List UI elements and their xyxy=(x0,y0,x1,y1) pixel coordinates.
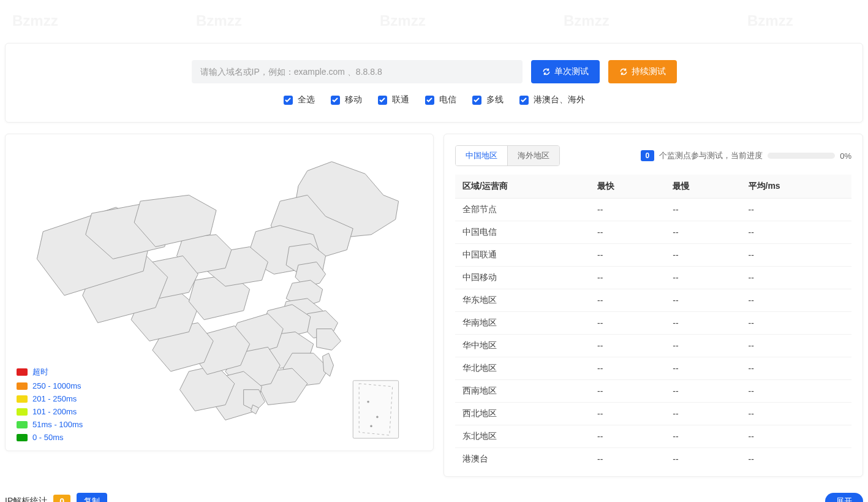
watermark: Bzmzz xyxy=(196,12,242,29)
table-row: 中国电信------ xyxy=(455,221,851,244)
legend-swatch xyxy=(17,395,28,403)
checkmark-icon xyxy=(519,96,529,105)
checkmark-icon xyxy=(378,96,387,105)
progress-info: 0 个监测点参与测试，当前进度 0% xyxy=(641,150,851,161)
cell-slowest: -- xyxy=(665,335,741,357)
cell-region: 全部节点 xyxy=(455,199,590,221)
table-row: 西北地区------ xyxy=(455,403,851,425)
cell-avg: -- xyxy=(741,289,852,312)
progress-bar xyxy=(768,153,835,159)
cell-slowest: -- xyxy=(665,357,741,380)
svg-point-1 xyxy=(368,401,369,403)
legend-item[interactable]: 0 - 50ms xyxy=(17,433,83,442)
search-panel: 单次测试 持续测试 全选 移动 联通 电信 多线 港澳台、海外 xyxy=(5,43,863,123)
cell-slowest: -- xyxy=(665,403,741,425)
filter-mobile[interactable]: 移动 xyxy=(331,94,362,105)
checkmark-icon xyxy=(472,96,481,105)
watermark: Bzmzz xyxy=(12,12,58,29)
cell-avg: -- xyxy=(741,221,852,244)
filter-all[interactable]: 全选 xyxy=(284,94,315,105)
legend-label: 201 - 250ms xyxy=(32,394,77,403)
table-row: 全部节点------ xyxy=(455,199,851,221)
legend-item[interactable]: 201 - 250ms xyxy=(17,394,83,403)
progress-percent: 0% xyxy=(840,151,851,161)
table-row: 西南地区------ xyxy=(455,380,851,403)
cell-slowest: -- xyxy=(665,289,741,312)
legend-label: 51ms - 100ms xyxy=(32,420,83,429)
cell-slowest: -- xyxy=(665,221,741,244)
cell-avg: -- xyxy=(741,448,852,471)
cell-avg: -- xyxy=(741,425,852,448)
table-row: 华北地区------ xyxy=(455,357,851,380)
cell-fastest: -- xyxy=(590,221,665,244)
cell-slowest: -- xyxy=(665,199,741,221)
cell-fastest: -- xyxy=(590,199,665,221)
results-panel: 中国地区 海外地区 0 个监测点参与测试，当前进度 0% 区域/运营商 最快 最… xyxy=(443,134,863,477)
table-row: 华中地区------ xyxy=(455,335,851,357)
cell-avg: -- xyxy=(741,357,852,380)
tab-overseas[interactable]: 海外地区 xyxy=(508,146,559,165)
watermark: Bzmzz xyxy=(380,12,426,29)
monitor-count-badge: 0 xyxy=(641,150,655,161)
legend-swatch xyxy=(17,368,28,376)
cell-slowest: -- xyxy=(665,312,741,335)
single-test-label: 单次测试 xyxy=(554,66,589,77)
cell-avg: -- xyxy=(741,380,852,403)
cell-avg: -- xyxy=(741,267,852,289)
map-panel: 超时250 - 1000ms201 - 250ms101 - 200ms51ms… xyxy=(5,134,434,451)
cell-fastest: -- xyxy=(590,312,665,335)
filter-overseas[interactable]: 港澳台、海外 xyxy=(519,94,585,105)
legend-swatch xyxy=(17,408,28,416)
refresh-icon xyxy=(542,67,551,76)
cell-fastest: -- xyxy=(590,403,665,425)
filter-telecom[interactable]: 电信 xyxy=(425,94,456,105)
domain-input[interactable] xyxy=(192,60,523,83)
single-test-button[interactable]: 单次测试 xyxy=(531,60,600,83)
cell-avg: -- xyxy=(741,403,852,425)
copy-button[interactable]: 复制 xyxy=(77,493,107,502)
ip-count-badge: 0 xyxy=(53,495,70,502)
cell-fastest: -- xyxy=(590,425,665,448)
tab-china[interactable]: 中国地区 xyxy=(456,146,508,165)
checkmark-icon xyxy=(425,96,434,105)
table-row: 华东地区------ xyxy=(455,289,851,312)
continuous-test-label: 持续测试 xyxy=(632,66,666,77)
legend-item[interactable]: 250 - 1000ms xyxy=(17,381,83,390)
expand-button[interactable]: 展开 xyxy=(825,493,863,502)
filter-row: 全选 移动 联通 电信 多线 港澳台、海外 xyxy=(284,94,585,105)
legend-swatch xyxy=(17,382,28,390)
legend-item[interactable]: 超时 xyxy=(17,367,83,378)
ip-stats-label: IP解析统计 xyxy=(5,496,47,502)
cell-region: 港澳台 xyxy=(455,448,590,471)
filter-multiline[interactable]: 多线 xyxy=(472,94,504,105)
cell-fastest: -- xyxy=(590,448,665,471)
cell-region: 西北地区 xyxy=(455,403,590,425)
region-tabs: 中国地区 海外地区 xyxy=(455,145,560,166)
table-row: 华南地区------ xyxy=(455,312,851,335)
checkmark-icon xyxy=(331,96,340,105)
cell-region: 东北地区 xyxy=(455,425,590,448)
cell-region: 华北地区 xyxy=(455,357,590,380)
cell-region: 西南地区 xyxy=(455,380,590,403)
cell-region: 中国移动 xyxy=(455,267,590,289)
legend-item[interactable]: 101 - 200ms xyxy=(17,407,83,416)
legend-label: 250 - 1000ms xyxy=(32,381,81,390)
cell-region: 华南地区 xyxy=(455,312,590,335)
legend-swatch xyxy=(17,421,28,428)
cell-slowest: -- xyxy=(665,380,741,403)
legend-item[interactable]: 51ms - 100ms xyxy=(17,420,83,429)
col-region: 区域/运营商 xyxy=(455,175,590,199)
map-legend: 超时250 - 1000ms201 - 250ms101 - 200ms51ms… xyxy=(17,367,83,442)
filter-unicom[interactable]: 联通 xyxy=(378,94,409,105)
continuous-test-button[interactable]: 持续测试 xyxy=(608,60,677,83)
cell-slowest: -- xyxy=(665,448,741,471)
cell-slowest: -- xyxy=(665,244,741,267)
results-table: 区域/运营商 最快 最慢 平均/ms 全部节点------中国电信------中… xyxy=(455,175,851,470)
legend-label: 0 - 50ms xyxy=(32,433,64,442)
table-row: 港澳台------ xyxy=(455,448,851,471)
svg-point-3 xyxy=(371,425,372,427)
cell-avg: -- xyxy=(741,199,852,221)
footer-bar: IP解析统计 0 复制 展开 xyxy=(5,493,863,502)
legend-label: 101 - 200ms xyxy=(32,407,77,416)
cell-fastest: -- xyxy=(590,267,665,289)
